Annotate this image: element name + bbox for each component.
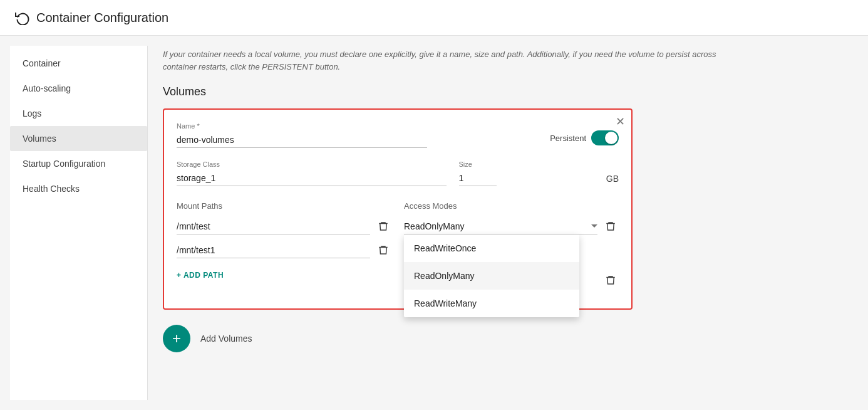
sidebar-item-logs[interactable]: Logs xyxy=(10,101,147,126)
storage-size-row: Storage Class Size GB xyxy=(177,160,619,186)
option-readonlymany[interactable]: ReadOnlyMany xyxy=(404,262,579,290)
delete-path-1-button[interactable] xyxy=(375,218,391,234)
name-persistent-row: Name * Persistent xyxy=(177,122,619,148)
sidebar-item-health-checks[interactable]: Health Checks xyxy=(10,176,147,201)
chevron-down-icon xyxy=(591,224,597,228)
sidebar-item-startup-configuration[interactable]: Startup Configuration xyxy=(10,151,147,176)
sidebar-item-auto-scaling[interactable]: Auto-scaling xyxy=(10,76,147,101)
paths-modes-row: Mount Paths xyxy=(177,201,619,296)
name-field: Name * xyxy=(177,122,427,148)
sidebar-item-volumes[interactable]: Volumes xyxy=(10,126,147,151)
access-modes-section: Access Modes ReadOnlyMany ReadWriteOnce xyxy=(404,201,619,296)
dropdown-menu: ReadWriteOnce ReadOnlyMany ReadWriteMany xyxy=(404,234,579,317)
add-volumes-row: + Add Volumes xyxy=(163,325,853,352)
access-modes-label: Access Modes xyxy=(404,201,619,211)
trash-icon-4 xyxy=(605,275,616,286)
trash-icon-2 xyxy=(378,244,389,256)
dropdown-selected[interactable]: ReadOnlyMany xyxy=(404,219,597,234)
path-input-1[interactable] xyxy=(177,219,370,234)
close-button[interactable]: ✕ xyxy=(616,116,625,127)
add-path-button[interactable]: + ADD PATH xyxy=(177,266,224,285)
sidebar: Container Auto-scaling Logs Volumes Star… xyxy=(10,46,148,400)
size-field: Size xyxy=(459,160,594,186)
access-item-1: ReadOnlyMany ReadWriteOnce ReadOnlyMany xyxy=(404,218,619,234)
delete-access-2-button[interactable] xyxy=(602,272,619,288)
mount-paths-label: Mount Paths xyxy=(177,201,391,211)
path-input-2[interactable] xyxy=(177,243,370,258)
add-volumes-label: Add Volumes xyxy=(200,334,252,344)
option-readwriteonce[interactable]: ReadWriteOnce xyxy=(404,234,579,262)
content-area: If your container needs a local volume, … xyxy=(148,36,868,410)
storage-class-field: Storage Class xyxy=(177,160,447,186)
section-title: Volumes xyxy=(163,85,853,98)
trash-icon-3 xyxy=(605,221,616,232)
page-header: Container Configuration xyxy=(0,0,868,36)
persistent-label: Persistent xyxy=(550,134,586,143)
path-item-2 xyxy=(177,242,391,258)
path-item-1 xyxy=(177,218,391,234)
size-unit-label: GB xyxy=(606,174,619,186)
toggle-slider xyxy=(591,130,619,145)
storage-class-input[interactable] xyxy=(177,171,447,186)
persistent-toggle[interactable] xyxy=(591,130,619,145)
name-label: Name * xyxy=(177,122,427,130)
volume-card: ✕ Name * Persistent Storage C xyxy=(163,108,633,310)
main-layout: Container Auto-scaling Logs Volumes Star… xyxy=(0,36,868,410)
sidebar-item-container[interactable]: Container xyxy=(10,51,147,76)
mount-paths-section: Mount Paths xyxy=(177,201,391,296)
persistent-row: Persistent xyxy=(550,130,619,148)
option-readwritemany[interactable]: ReadWriteMany xyxy=(404,290,579,317)
refresh-icon xyxy=(15,10,30,25)
size-input[interactable] xyxy=(459,171,497,186)
selected-option-label: ReadOnlyMany xyxy=(404,221,465,231)
add-volumes-button[interactable]: + xyxy=(163,325,190,352)
size-label: Size xyxy=(459,160,594,168)
storage-class-label: Storage Class xyxy=(177,160,447,168)
access-mode-dropdown[interactable]: ReadOnlyMany ReadWriteOnce ReadOnlyMany xyxy=(404,219,597,234)
info-text: If your container needs a local volume, … xyxy=(163,48,726,73)
delete-access-1-button[interactable] xyxy=(602,218,619,234)
name-input[interactable] xyxy=(177,132,427,148)
trash-icon xyxy=(378,221,389,232)
page-title: Container Configuration xyxy=(36,11,168,25)
delete-path-2-button[interactable] xyxy=(375,242,391,258)
